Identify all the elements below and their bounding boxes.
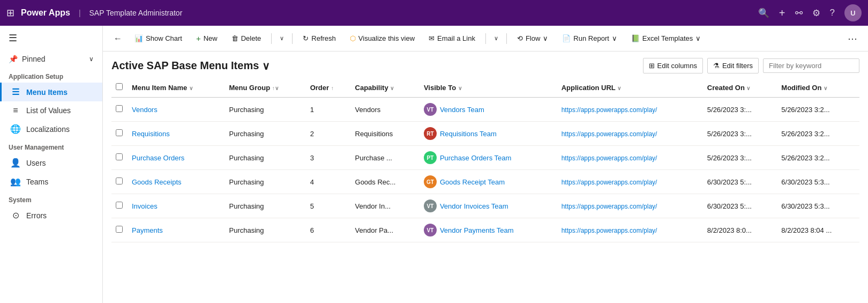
- team-link[interactable]: Purchase Orders Team: [440, 154, 511, 162]
- row-select-checkbox[interactable]: [116, 129, 123, 136]
- row-checkbox[interactable]: [111, 170, 128, 194]
- app-url-link[interactable]: https://apps.powerapps.com/play/: [562, 130, 657, 138]
- team-link[interactable]: Vendors Team: [440, 106, 484, 114]
- back-button[interactable]: ←: [109, 32, 126, 46]
- localizations-icon: 🌐: [10, 124, 21, 134]
- row-select-checkbox[interactable]: [116, 226, 123, 233]
- row-checkbox[interactable]: [111, 98, 128, 122]
- col-header-capability[interactable]: Capability ∨: [351, 78, 420, 98]
- edit-filters-button[interactable]: ⚗ Edit filters: [707, 58, 759, 73]
- help-icon[interactable]: ?: [830, 8, 835, 18]
- sidebar-item-errors[interactable]: ⊙ Errors: [0, 206, 102, 225]
- col-header-menu-item-name[interactable]: Menu Item Name ∨: [128, 78, 225, 98]
- table-row: Invoices Purchasing 5 Vendor In... VT Ve…: [111, 194, 859, 218]
- cell-created-on: 5/26/2023 3:...: [703, 98, 777, 122]
- col-header-modified-on[interactable]: Modified On ∨: [777, 78, 859, 98]
- delete-chevron[interactable]: ∨: [276, 31, 288, 46]
- excel-templates-button[interactable]: 📗 Excel Templates ∨: [625, 31, 707, 46]
- menu-item-link[interactable]: Vendors: [132, 106, 158, 114]
- sidebar-label-errors: Errors: [26, 211, 47, 220]
- team-link[interactable]: Requisitions Team: [440, 130, 497, 138]
- team-link[interactable]: Goods Receipt Team: [440, 178, 505, 186]
- excel-chevron: ∨: [695, 34, 701, 42]
- app-url-link[interactable]: https://apps.powerapps.com/play/: [562, 227, 657, 234]
- cell-visible-to: PT Purchase Orders Team: [420, 146, 557, 170]
- visualize-label: Visualize this view: [358, 34, 415, 42]
- refresh-icon: ↻: [303, 34, 309, 42]
- team-avatar: VT: [424, 224, 437, 237]
- filter-keyword-input[interactable]: [763, 58, 859, 73]
- team-avatar: RT: [424, 127, 437, 140]
- row-select-checkbox[interactable]: [116, 178, 123, 184]
- run-report-icon: 📄: [562, 34, 571, 42]
- sidebar-item-menu-items[interactable]: ☰ Menu Items: [0, 83, 102, 101]
- refresh-button[interactable]: ↻ Refresh: [297, 31, 342, 46]
- edit-filters-label: Edit filters: [722, 62, 753, 70]
- cell-order: 5: [306, 194, 351, 218]
- row-checkbox[interactable]: [111, 218, 128, 242]
- cell-menu-item-name: Requisitions: [128, 122, 225, 146]
- edit-columns-label: Edit columns: [657, 62, 697, 70]
- settings-icon[interactable]: ⚙: [812, 8, 820, 19]
- row-checkbox[interactable]: [111, 194, 128, 218]
- sidebar-item-list-of-values[interactable]: ≡ List of Values: [0, 101, 102, 120]
- email-chevron[interactable]: ∨: [490, 31, 502, 46]
- col-header-menu-group[interactable]: Menu Group ↑∨: [225, 78, 306, 98]
- cell-created-on: 6/30/2023 5:...: [703, 194, 777, 218]
- select-all-checkbox[interactable]: [116, 83, 123, 90]
- row-checkbox[interactable]: [111, 146, 128, 170]
- page-title[interactable]: Active SAP Base Menu Items ∨: [111, 60, 270, 72]
- sidebar-pinned[interactable]: 📌 Pinned ∨: [0, 50, 102, 68]
- add-icon[interactable]: +: [779, 7, 785, 19]
- sort-icon-capability: ∨: [390, 85, 394, 91]
- visualize-button[interactable]: ⬡ Visualize this view: [344, 31, 421, 46]
- menu-item-link[interactable]: Requisitions: [132, 130, 170, 138]
- row-select-checkbox[interactable]: [116, 153, 123, 160]
- hamburger-icon[interactable]: ☰: [0, 26, 102, 50]
- filter-icon[interactable]: ⚯: [795, 8, 803, 19]
- nav-separator: |: [79, 9, 81, 17]
- flow-button[interactable]: ⟲ Flow ∨: [511, 31, 554, 46]
- app-url-link[interactable]: https://apps.powerapps.com/play/: [562, 106, 657, 114]
- excel-icon: 📗: [631, 34, 640, 42]
- sidebar-item-users[interactable]: 👤 Users: [0, 153, 102, 172]
- app-url-link[interactable]: https://apps.powerapps.com/play/: [562, 154, 657, 162]
- menu-items-icon: ☰: [10, 87, 21, 97]
- edit-columns-button[interactable]: ⊞ Edit columns: [643, 58, 703, 73]
- search-icon[interactable]: 🔍: [758, 8, 769, 19]
- new-button[interactable]: + New: [190, 30, 223, 47]
- col-header-app-url[interactable]: Application URL ∨: [557, 78, 703, 98]
- sidebar-item-teams[interactable]: 👥 Teams: [0, 172, 102, 191]
- page-title-chevron: ∨: [262, 60, 270, 72]
- show-chart-button[interactable]: 📊 Show Chart: [129, 31, 188, 46]
- menu-item-link[interactable]: Payments: [132, 226, 163, 234]
- list-icon: ≡: [10, 106, 21, 115]
- sidebar-item-localizations[interactable]: 🌐 Localizations: [0, 120, 102, 138]
- menu-item-link[interactable]: Purchase Orders: [132, 154, 184, 162]
- section-header-app-setup: Application Setup: [0, 68, 102, 83]
- row-checkbox[interactable]: [111, 122, 128, 146]
- app-name[interactable]: Power Apps: [21, 8, 70, 18]
- email-link-button[interactable]: ✉ Email a Link: [423, 31, 481, 46]
- visualize-icon: ⬡: [350, 34, 356, 42]
- grid-icon[interactable]: ⊞: [6, 7, 14, 19]
- menu-item-link[interactable]: Invoices: [132, 202, 158, 210]
- app-url-link[interactable]: https://apps.powerapps.com/play/: [562, 203, 657, 210]
- cell-menu-item-name: Goods Receipts: [128, 170, 225, 194]
- team-link[interactable]: Vendor Invoices Team: [440, 202, 508, 210]
- col-header-created-on[interactable]: Created On ∨: [703, 78, 777, 98]
- menu-item-link[interactable]: Goods Receipts: [132, 178, 182, 186]
- top-nav-right: 🔍 + ⚯ ⚙ ? U: [758, 4, 862, 21]
- toolbar-sep-4: [506, 33, 507, 44]
- col-header-order[interactable]: Order ↑: [306, 78, 351, 98]
- delete-button[interactable]: 🗑 Delete: [226, 31, 267, 46]
- row-select-checkbox[interactable]: [116, 105, 123, 112]
- app-url-link[interactable]: https://apps.powerapps.com/play/: [562, 179, 657, 186]
- user-avatar[interactable]: U: [844, 4, 862, 21]
- run-report-button[interactable]: 📄 Run Report ∨: [556, 31, 623, 46]
- new-label: New: [204, 34, 218, 42]
- team-link[interactable]: Vendor Payments Team: [440, 226, 514, 234]
- more-options-button[interactable]: ⋯: [843, 29, 862, 48]
- col-header-visible-to[interactable]: Visible To ∨: [420, 78, 557, 98]
- row-select-checkbox[interactable]: [116, 202, 123, 209]
